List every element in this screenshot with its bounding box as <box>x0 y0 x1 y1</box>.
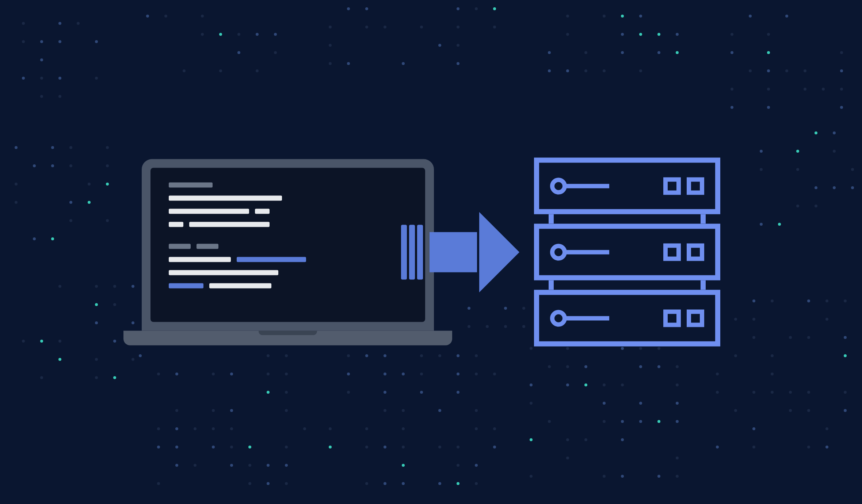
server-rack-icon <box>534 158 720 347</box>
dot-icon <box>438 409 441 412</box>
dot-icon <box>402 464 405 467</box>
dot-icon <box>22 77 25 80</box>
dot-icon <box>69 219 72 222</box>
dot-icon <box>796 150 799 153</box>
dot-icon <box>657 475 660 478</box>
diagram-stage <box>142 158 720 347</box>
dot-icon <box>621 15 624 18</box>
dot-icon <box>146 15 149 18</box>
dot-icon <box>347 391 350 394</box>
server-square-icon <box>687 177 704 195</box>
dot-icon <box>285 464 288 467</box>
dot-icon <box>815 131 817 134</box>
server-square-icon <box>663 243 681 261</box>
dot-icon <box>457 7 459 10</box>
dot-icon <box>771 354 774 357</box>
dot-icon <box>267 391 270 394</box>
dot-icon <box>365 482 368 485</box>
dot-icon <box>40 77 43 80</box>
dot-icon <box>530 383 533 386</box>
dot-icon <box>131 321 134 324</box>
dot-icon <box>566 457 569 459</box>
code-segment <box>169 283 203 288</box>
server-leg <box>701 214 706 224</box>
dot-icon <box>365 427 368 430</box>
dot-icon <box>51 146 54 149</box>
dot-icon <box>131 285 134 288</box>
server-leg <box>549 214 554 224</box>
server-gap <box>534 280 720 290</box>
dot-icon <box>347 62 350 65</box>
dot-icon <box>88 183 91 186</box>
dot-icon <box>475 7 478 10</box>
dot-icon <box>603 420 606 423</box>
code-segment <box>169 270 278 275</box>
dot-icon <box>40 95 43 98</box>
dot-icon <box>807 409 810 412</box>
dot-icon <box>530 402 533 405</box>
dot-icon <box>95 358 98 361</box>
server-squares <box>663 177 704 195</box>
dot-icon <box>785 69 788 72</box>
dot-icon <box>603 383 606 386</box>
dot-icon <box>731 88 733 91</box>
dot-icon <box>329 427 332 430</box>
dot-icon <box>789 391 792 394</box>
dot-icon <box>95 376 98 379</box>
code-segment <box>255 209 270 214</box>
dot-icon <box>438 44 441 47</box>
server-disc-icon <box>550 177 567 194</box>
laptop-screen <box>150 168 425 322</box>
dot-icon <box>621 438 624 441</box>
dot-icon <box>194 464 197 467</box>
dot-icon <box>804 88 806 91</box>
dot-icon <box>851 168 854 171</box>
dot-icon <box>639 347 642 350</box>
dot-icon <box>256 33 259 36</box>
dot-icon <box>329 44 332 47</box>
code-segment <box>237 257 306 262</box>
dot-icon <box>548 51 551 54</box>
dot-icon <box>285 354 288 357</box>
dot-icon <box>274 33 277 36</box>
dot-icon <box>639 69 642 72</box>
arrow-stem <box>430 232 477 272</box>
dot-icon <box>731 33 733 36</box>
dot-icon <box>95 285 98 288</box>
dot-icon <box>621 347 624 350</box>
dot-icon <box>402 373 405 375</box>
arrow-bar <box>409 225 415 279</box>
dot-icon <box>157 482 160 485</box>
dot-icon <box>639 33 642 36</box>
dot-icon <box>420 26 423 28</box>
dot-icon <box>676 365 679 368</box>
dot-icon <box>40 58 43 61</box>
dot-icon <box>384 482 386 485</box>
dot-icon <box>844 391 847 394</box>
dot-icon <box>566 33 569 36</box>
server-leg <box>701 280 706 290</box>
laptop-frame <box>142 159 434 331</box>
dot-icon <box>194 427 197 430</box>
dot-icon <box>329 446 332 448</box>
dot-icon <box>212 409 215 412</box>
dot-icon <box>621 383 624 386</box>
arrow-bar <box>401 225 407 279</box>
dot-icon <box>566 365 569 368</box>
dot-icon <box>767 106 770 109</box>
server-indicator <box>550 310 609 327</box>
laptop-base <box>123 331 452 345</box>
dot-icon <box>584 365 587 368</box>
dot-icon <box>69 164 72 167</box>
dot-icon <box>22 40 25 43</box>
dot-icon <box>402 446 405 448</box>
code-segment <box>189 222 270 227</box>
dot-icon <box>51 164 54 167</box>
dot-icon <box>530 475 533 478</box>
dot-icon <box>584 383 587 386</box>
dot-icon <box>716 391 719 394</box>
dot-icon <box>621 51 624 54</box>
dot-icon <box>844 354 847 357</box>
dot-icon <box>771 373 774 375</box>
dot-icon <box>621 420 624 423</box>
